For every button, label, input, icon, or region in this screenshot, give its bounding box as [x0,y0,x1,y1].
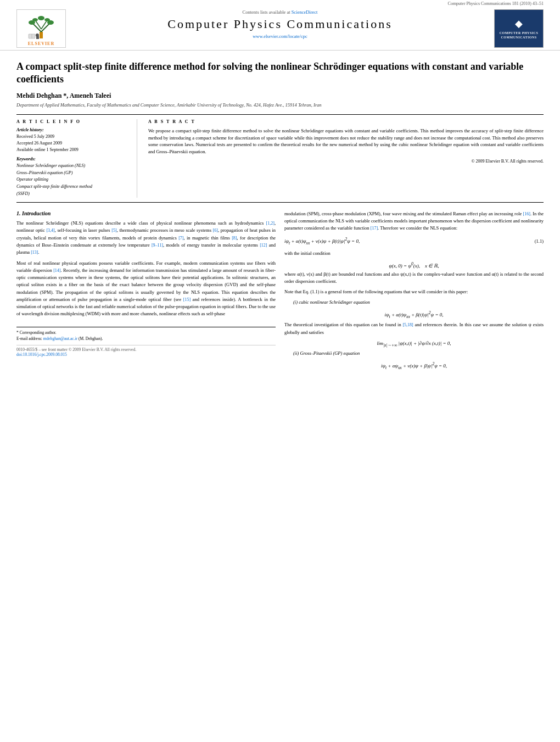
journal-header: ELSEVIER Contents lists available at Sci… [0,6,560,51]
initial-condition-text: with the initial condition [284,250,544,257]
body-col-right: modulation (SPM), cross-phase modulation… [284,210,544,372]
footnote-corresponding: * Corresponding author. [16,330,276,336]
journal-logo-right: ◆ COMPUTER PHYSICSCOMMUNICATIONS [494,9,544,48]
accepted-text: Accepted 26 August 2009 [16,140,130,147]
svg-rect-0 [40,32,43,38]
ref-13[interactable]: [13] [31,250,38,255]
ref-16[interactable]: [16] [523,211,530,216]
article-info-col: A R T I C L E I N F O Article history: R… [16,119,137,198]
right-para2: where α(t), ν(x) and β(t) are bounded re… [284,271,544,285]
item-i: (i) cubic nonlinear Schrödinger equation [284,299,544,306]
equation-cubic: iψt + α(t)ψxx + β(t)|ψ|2ψ = 0, [284,310,544,319]
ref-9-11[interactable]: [9–11] [152,243,163,248]
contents-text: Contents lists available at [243,9,290,15]
doi-link[interactable]: doi:10.1016/j.cpc.2009.08.015 [16,352,67,357]
keyword-1: Nonlinear Schrödinger equation (NLS) [16,163,130,170]
contents-line: Contents lists available at ScienceDirec… [71,9,489,15]
ref-1-2[interactable]: [1,2] [266,221,275,226]
journal-center: Contents lists available at ScienceDirec… [66,9,494,39]
ref-7[interactable]: [7] [178,236,183,241]
history-label: Article history: [16,127,130,132]
elsevier-text: ELSEVIER [28,41,54,46]
authors: Mehdi Dehghan *, Ameneh Taleei [16,92,544,100]
ref-6[interactable]: [6] [213,228,218,233]
journal-logo-icon: ◆ [515,18,523,30]
journal-url: www.elsevier.com/locate/cpc [71,34,489,39]
equation-gp: iψt + αψxx + ν(x)ψ + β|ψ|2ψ = 0, [284,361,544,370]
svg-point-7 [32,18,38,21]
keyword-5: (SSFD) [16,191,130,198]
body-two-col: 1. Introduction The nonlinear Schrödinge… [16,210,544,372]
equation-1-1-number: (1.1) [535,238,544,244]
article-info-label: A R T I C L E I N F O [16,119,130,124]
main-content: A compact split-step finite difference m… [0,51,560,383]
equation-limit: lim|x|→+∞ |ψ(x,t)| + |∂ψ/∂x (x,t)| = 0, [284,341,544,348]
abstract-text: We propose a compact split-step finite d… [148,127,544,155]
section1-para2: Most of real nonlinear physical equation… [16,260,276,318]
abstract-label: A B S T R A C T [148,119,544,124]
equation-1-1-text: iψt + α(t)ψxx + ν(x)ψ + β(t)|ψ|2ψ = 0, [284,237,360,246]
journal-logo-right-text: COMPUTER PHYSICSCOMMUNICATIONS [500,31,539,40]
author-affiliation: Department of Applied Mathematics, Facul… [16,102,544,108]
email-label: E-mail address: [16,336,42,341]
right-para1: modulation (SPM), cross-phase modulation… [284,210,544,232]
authors-text: Mehdi Dehghan *, Ameneh Taleei [16,92,111,99]
equation-ic: ψ(x, 0) = ψ0(x), x ∈ ℝ, [284,261,544,269]
svg-point-9 [38,16,44,20]
item-ii: (ii) Gross–Pitaevskii (GP) equation [284,350,544,357]
keywords-list: Nonlinear Schrödinger equation (NLS) Gro… [16,163,130,198]
item-i-label: (i) cubic nonlinear Schrödinger equation [293,299,370,305]
section1-heading: 1. Introduction [16,210,276,216]
keyword-3: Operator splitting [16,176,130,183]
page-wrapper: Computer Physics Communications 181 (201… [0,0,560,742]
abstract-col: A B S T R A C T We propose a compact spl… [148,119,544,198]
body-col-left: 1. Introduction The nonlinear Schrödinge… [16,210,276,372]
equation-1-1-block: iψt + α(t)ψxx + ν(x)ψ + β(t)|ψ|2ψ = 0, (… [284,237,544,246]
available-text: Available online 1 September 2009 [16,147,130,153]
section1-para1: The nonlinear Schrödinger (NLS) equation… [16,220,276,256]
ref-3-4[interactable]: [3,4] [46,228,54,233]
bottom-bar: 0010-4655/$ – see front matter © 2009 El… [16,345,276,357]
svg-point-8 [44,18,50,21]
elsevier-logo: ELSEVIER [16,9,66,48]
ref-5[interactable]: [5] [111,228,116,233]
ref-8[interactable]: [8] [232,236,237,241]
right-para3: Note that Eq. (1.1) is a general form of… [284,288,544,295]
item-i-text: The theoretical investigation of this eq… [284,321,544,336]
issn-text: 0010-4655/$ – see front matter © 2009 El… [16,347,276,352]
ref-14[interactable]: [14] [53,268,60,273]
ref-12[interactable]: [12] [260,243,267,248]
received-text: Received 5 July 2009 [16,133,130,140]
doi-text: doi:10.1016/j.cpc.2009.08.015 [16,352,276,357]
keyword-2: Gross–Pitaevskii equation (GP) [16,170,130,177]
journal-title: Computer Physics Communications [71,17,489,31]
sciencedirect-link[interactable]: ScienceDirect [292,9,318,15]
info-abstract-row: A R T I C L E I N F O Article history: R… [16,114,544,203]
email-link[interactable]: mdehghan@aut.ac.ir [43,336,77,341]
keywords-label: Keywords: [16,157,130,161]
elsevier-tree-graphic [22,15,60,40]
footnote-area: * Corresponding author. E-mail address: … [16,327,276,342]
ref-15[interactable]: [15] [183,297,191,302]
footnote-email: E-mail address: mdehghan@aut.ac.ir (M. D… [16,336,276,342]
keyword-4: Compact split-step finite difference met… [16,183,130,191]
citation-line: Computer Physics Communications 181 (201… [0,0,560,6]
ref-17[interactable]: [17] [371,226,378,231]
journal-top-bar: ELSEVIER Contents lists available at Sci… [16,9,544,48]
copyright-line: © 2009 Elsevier B.V. All rights reserved… [148,159,544,164]
email-suffix: (M. Dehghan). [79,336,103,341]
article-title: A compact split-step finite difference m… [16,60,544,86]
ref-5-18[interactable]: [5,18] [402,322,413,327]
item-ii-label: (ii) Gross–Pitaevskii (GP) equation [293,350,360,356]
svg-rect-11 [36,36,39,39]
citation-text: Computer Physics Communications 181 (201… [448,1,544,6]
